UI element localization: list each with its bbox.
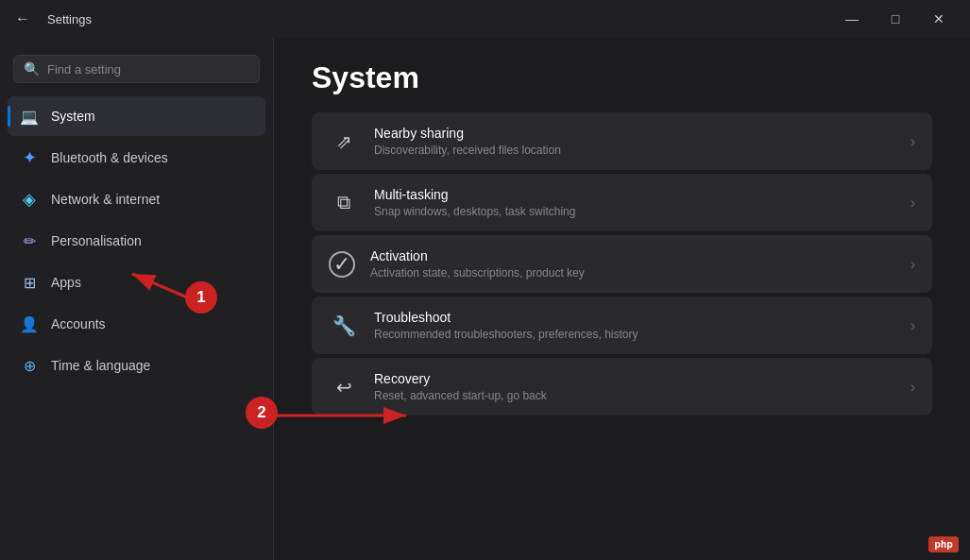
recovery-desc: Reset, advanced start-up, go back: [374, 389, 895, 402]
title-bar: ← Settings — □ ✕: [0, 0, 970, 38]
personalisation-icon: ✏: [19, 230, 40, 251]
settings-item-nearby-sharing[interactable]: ⇗ Nearby sharing Discoverability, receiv…: [312, 112, 932, 170]
nearby-sharing-icon: ⇗: [329, 127, 359, 157]
sidebar-label-accounts: Accounts: [51, 316, 106, 331]
network-icon: ◈: [19, 189, 40, 210]
nearby-sharing-desc: Discoverability, received files location: [374, 144, 895, 157]
sidebar-item-bluetooth[interactable]: ✦ Bluetooth & devices: [8, 138, 265, 178]
activation-chevron: ›: [910, 256, 915, 273]
settings-list: ⇗ Nearby sharing Discoverability, receiv…: [312, 112, 932, 416]
sidebar-label-personalisation: Personalisation: [51, 233, 142, 248]
sidebar-item-personalisation[interactable]: ✏ Personalisation: [8, 221, 265, 261]
sidebar-item-system[interactable]: 💻 System: [8, 96, 265, 136]
search-icon: 🔍: [24, 61, 40, 76]
sidebar-item-accounts[interactable]: 👤 Accounts: [8, 304, 265, 344]
nav-items: 💻 System ✦ Bluetooth & devices ◈ Network…: [0, 96, 273, 385]
search-box[interactable]: 🔍: [13, 55, 260, 83]
multi-tasking-title: Multi-tasking: [374, 187, 895, 202]
troubleshoot-title: Troubleshoot: [374, 310, 895, 325]
watermark: php: [928, 536, 959, 552]
page-title: System: [312, 38, 932, 112]
accounts-icon: 👤: [19, 314, 40, 334]
multi-tasking-icon: ⧉: [329, 188, 359, 218]
sidebar-label-time: Time & language: [51, 358, 150, 373]
sidebar-label-network: Network & internet: [51, 192, 160, 207]
activation-text: Activation Activation state, subscriptio…: [370, 248, 895, 280]
multi-tasking-desc: Snap windows, desktops, task switching: [374, 205, 895, 218]
recovery-chevron: ›: [910, 379, 915, 396]
close-button[interactable]: ✕: [919, 4, 959, 34]
content-area: System ⇗ Nearby sharing Discoverability,…: [274, 38, 970, 560]
apps-icon: ⊞: [19, 272, 40, 293]
recovery-text: Recovery Reset, advanced start-up, go ba…: [374, 371, 895, 402]
settings-item-multi-tasking[interactable]: ⧉ Multi-tasking Snap windows, desktops, …: [312, 174, 932, 231]
troubleshoot-text: Troubleshoot Recommended troubleshooters…: [374, 310, 895, 341]
sidebar-label-system: System: [51, 109, 95, 124]
sidebar: 🔍 💻 System ✦ Bluetooth & devices ◈ Netwo…: [0, 38, 274, 560]
search-input[interactable]: [47, 62, 249, 76]
maximize-button[interactable]: □: [876, 4, 915, 34]
system-icon: 💻: [19, 106, 40, 127]
recovery-icon: ↩: [329, 372, 359, 402]
sidebar-item-network[interactable]: ◈ Network & internet: [8, 179, 265, 219]
activation-icon: ✓: [329, 251, 355, 278]
nearby-sharing-chevron: ›: [910, 133, 915, 150]
sidebar-item-time[interactable]: ⊕ Time & language: [8, 346, 265, 385]
bluetooth-icon: ✦: [19, 147, 40, 168]
troubleshoot-chevron: ›: [910, 317, 915, 334]
settings-item-activation[interactable]: ✓ Activation Activation state, subscript…: [312, 235, 932, 293]
annotation-badge-1: 1: [185, 281, 217, 314]
time-icon: ⊕: [19, 355, 40, 376]
minimize-button[interactable]: —: [832, 4, 872, 34]
multi-tasking-chevron: ›: [910, 195, 915, 212]
back-button[interactable]: ←: [8, 7, 38, 31]
title-bar-left: ← Settings: [8, 7, 92, 31]
multi-tasking-text: Multi-tasking Snap windows, desktops, ta…: [374, 187, 895, 218]
nearby-sharing-text: Nearby sharing Discoverability, received…: [374, 126, 895, 157]
troubleshoot-icon: 🔧: [329, 311, 359, 341]
sidebar-item-apps[interactable]: ⊞ Apps: [8, 263, 265, 302]
app-title: Settings: [47, 12, 92, 26]
nearby-sharing-title: Nearby sharing: [374, 126, 895, 141]
activation-title: Activation: [370, 248, 895, 263]
settings-item-troubleshoot[interactable]: 🔧 Troubleshoot Recommended troubleshoote…: [312, 297, 932, 354]
troubleshoot-desc: Recommended troubleshooters, preferences…: [374, 328, 895, 341]
window-controls: — □ ✕: [832, 4, 959, 34]
sidebar-label-apps: Apps: [51, 275, 81, 290]
annotation-badge-2: 2: [246, 397, 278, 429]
sidebar-label-bluetooth: Bluetooth & devices: [51, 150, 168, 165]
settings-item-recovery[interactable]: ↩ Recovery Reset, advanced start-up, go …: [312, 358, 932, 416]
activation-desc: Activation state, subscriptions, product…: [370, 266, 895, 280]
app-body: 🔍 💻 System ✦ Bluetooth & devices ◈ Netwo…: [0, 38, 970, 560]
recovery-title: Recovery: [374, 371, 895, 386]
